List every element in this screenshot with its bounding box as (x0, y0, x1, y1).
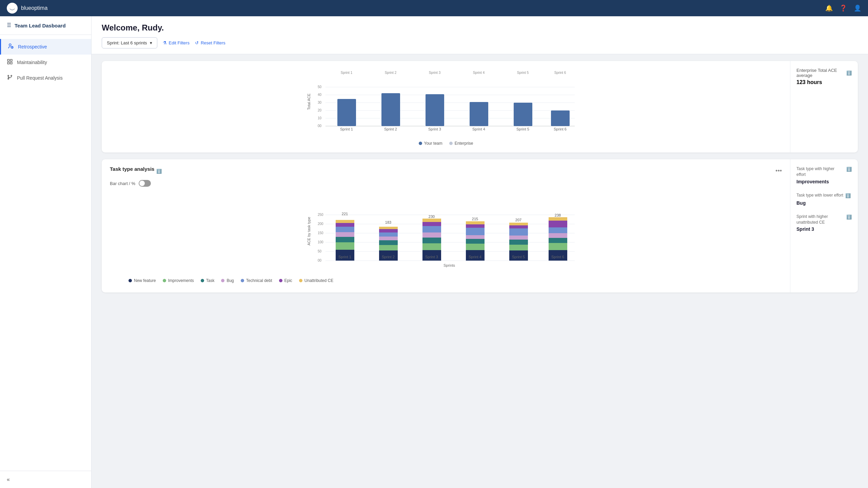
svg-rect-65 (379, 245, 398, 250)
svg-rect-87 (466, 224, 485, 228)
retrospective-icon (8, 43, 14, 50)
lower-effort-label: Task type with lower effort ℹ️ (796, 192, 852, 199)
new-feature-dot (129, 279, 132, 282)
toggle-knob (139, 181, 145, 186)
svg-text:Sprint 6: Sprint 6 (554, 127, 567, 131)
bar-chart-toggle[interactable] (139, 180, 151, 187)
svg-rect-77 (422, 226, 441, 232)
maintainability-icon (7, 59, 13, 66)
ent-avg-text: Enterprise Total ACE average (796, 68, 844, 78)
grid-icon: ⠿ (7, 22, 11, 29)
your-team-label: Your team (424, 141, 442, 146)
svg-rect-59 (336, 227, 354, 232)
bug-label: Bug (226, 278, 234, 283)
topbar-right: 🔔 ❓ 👤 (825, 4, 861, 12)
svg-text:Sprint 5: Sprint 5 (516, 127, 529, 131)
svg-rect-96 (509, 225, 528, 228)
info-icon-unattributed[interactable]: ℹ️ (846, 214, 852, 220)
svg-rect-66 (379, 240, 398, 245)
svg-rect-78 (422, 222, 441, 226)
info-icon-task[interactable]: ℹ️ (156, 169, 162, 174)
svg-rect-68 (379, 232, 398, 237)
svg-text:221: 221 (342, 212, 348, 216)
sidebar-item-pull-request[interactable]: Pull Request Analysis (0, 70, 91, 86)
sidebar-nav: Retrospective Maintainability (0, 35, 91, 471)
task-label: Task (206, 278, 215, 283)
svg-rect-67 (379, 237, 398, 240)
svg-rect-94 (509, 236, 528, 240)
svg-text:238: 238 (555, 213, 561, 217)
svg-rect-84 (466, 239, 485, 244)
info-icon-ace[interactable]: ℹ️ (846, 70, 852, 76)
ace-panel-sidebar: Enterprise Total ACE average ℹ️ 123 hour… (790, 61, 858, 152)
sidebar-title: Team Lead Dasboard (15, 23, 66, 28)
info-icon-lower-effort[interactable]: ℹ️ (845, 193, 851, 199)
svg-text:Total ACE: Total ACE (307, 94, 311, 110)
legend-bug: Bug (221, 278, 234, 283)
filter-icon: ⚗ (163, 40, 167, 45)
enterprise-avg-value: 123 hours (796, 79, 852, 85)
svg-point-9 (11, 75, 12, 76)
svg-text:100: 100 (318, 240, 323, 244)
svg-rect-69 (379, 229, 398, 232)
svg-text:Sprint 2: Sprint 2 (382, 255, 395, 259)
svg-rect-30 (426, 94, 444, 126)
user-icon[interactable]: 👤 (854, 4, 861, 12)
svg-text:Sprint 1: Sprint 1 (341, 71, 353, 75)
collapse-button[interactable]: « (7, 476, 10, 482)
svg-point-8 (8, 78, 9, 79)
svg-text:215: 215 (472, 217, 478, 221)
filters-row: Sprint: Last 6 sprints ▾ ⚗ Edit Filters … (102, 37, 858, 48)
legend-improvements: Improvements (163, 278, 194, 283)
lower-effort-text: Task type with lower effort (796, 192, 843, 198)
improvements-dot (163, 279, 166, 282)
help-icon[interactable]: ❓ (840, 4, 847, 12)
sidebar-item-label-retrospective: Retrospective (18, 44, 47, 49)
sprint-filter[interactable]: Sprint: Last 6 sprints ▾ (102, 37, 157, 48)
svg-text:Sprints: Sprints (443, 263, 455, 267)
app-body: ⠿ Team Lead Dasboard Retrospective Main (0, 16, 868, 488)
info-icon-higher-effort[interactable]: ℹ️ (846, 166, 852, 172)
svg-text:Sprint 1: Sprint 1 (340, 127, 353, 131)
svg-text:00: 00 (318, 259, 322, 262)
svg-rect-85 (466, 235, 485, 239)
svg-text:10: 10 (318, 116, 322, 120)
legend-unattributed-ce: Unattributed CE (299, 278, 333, 283)
ace-chart-main: Total ACE 00 10 20 30 40 50 (102, 61, 790, 152)
svg-rect-103 (549, 233, 567, 238)
welcome-title: Welcome, Rudy. (102, 23, 858, 33)
unattributed-ce-label: Unattributed CE (304, 278, 333, 283)
sidebar-footer: « (0, 471, 91, 488)
svg-text:Sprint 4: Sprint 4 (472, 127, 485, 131)
chevron-down-icon: ▾ (150, 40, 152, 45)
unattributed-ce-dot (299, 279, 302, 282)
main-content: Welcome, Rudy. Sprint: Last 6 sprints ▾ … (92, 16, 868, 488)
svg-rect-79 (422, 219, 441, 222)
sidebar-item-retrospective[interactable]: Retrospective (0, 39, 91, 55)
sidebar-item-label-maintainability: Maintainability (17, 60, 47, 65)
svg-rect-33 (470, 102, 488, 126)
svg-text:Sprint 2: Sprint 2 (385, 71, 397, 75)
higher-unattributed-label: Sprint with higher unattributed CE ℹ️ (796, 214, 852, 225)
svg-rect-70 (379, 227, 398, 229)
svg-text:20: 20 (318, 108, 322, 112)
svg-rect-36 (514, 103, 532, 126)
task-panel-sidebar: Task type with higher effort ℹ️ Improvem… (790, 159, 858, 292)
svg-text:50: 50 (318, 85, 322, 89)
notification-icon[interactable]: 🔔 (825, 4, 833, 12)
edit-filters-button[interactable]: ⚗ Edit Filters (163, 40, 190, 45)
toggle-label: Bar chart / % (110, 181, 135, 186)
sidebar-item-maintainability[interactable]: Maintainability (0, 55, 91, 70)
main-header: Welcome, Rudy. Sprint: Last 6 sprints ▾ … (92, 16, 868, 54)
svg-text:ACE by task type: ACE by task type (307, 217, 311, 245)
more-menu-button[interactable]: ••• (775, 167, 782, 175)
bug-dot (221, 279, 224, 282)
svg-text:30: 30 (318, 101, 322, 104)
lower-effort-block: Task type with lower effort ℹ️ Bug (796, 192, 852, 206)
task-type-panel: Task type analysis ℹ️ ••• Bar chart / % … (102, 159, 858, 292)
svg-text:Sprint 4: Sprint 4 (469, 255, 481, 259)
higher-effort-value: Improvements (796, 179, 852, 184)
reset-filters-button[interactable]: ↺ Reset Filters (195, 40, 225, 45)
svg-rect-61 (336, 220, 354, 223)
legend-new-feature: New feature (129, 278, 156, 283)
